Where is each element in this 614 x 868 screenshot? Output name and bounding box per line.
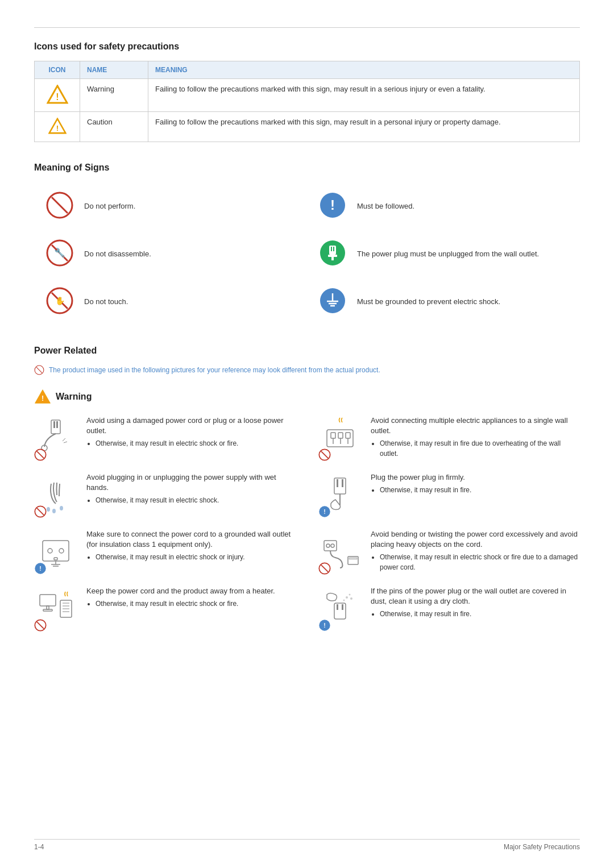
heater-bullets: Otherwise, it may result in electric sho… xyxy=(96,599,296,609)
dust-content: If the pins of the power plug or the wal… xyxy=(371,586,580,620)
must-badge-dust-svg: ! xyxy=(318,619,331,632)
svg-text:!: ! xyxy=(39,565,42,572)
svg-line-36 xyxy=(37,451,44,458)
svg-text:!: ! xyxy=(56,124,59,132)
warning-item-grounded: ! Make sure to connect the power cord to… xyxy=(34,529,296,575)
svg-line-33 xyxy=(63,438,65,441)
grounded-bullet-1: Otherwise, it may result in electric sho… xyxy=(96,552,296,562)
warning-item-damaged-cord: Avoid using a damaged power cord or plug… xyxy=(34,416,296,461)
no-touch-icon: ✋ xyxy=(45,286,75,316)
svg-point-43 xyxy=(48,549,52,553)
page-footer: 1-4 Major Safety Precautions xyxy=(34,839,580,851)
must-badge-plug-svg: ! xyxy=(318,505,331,518)
wet-hands-title: Avoid plugging in or unplugging the powe… xyxy=(86,472,296,493)
svg-line-81 xyxy=(321,565,328,572)
svg-point-37 xyxy=(47,507,50,512)
no-badge-svg xyxy=(34,448,47,461)
info-note-text: The product image used in the following … xyxy=(49,366,380,374)
warning-col-left: Avoid using a damaged power cord or plug… xyxy=(34,416,296,643)
svg-point-87 xyxy=(350,597,352,600)
svg-line-41 xyxy=(37,508,44,515)
warning-items-grid: Avoid using a damaged power cord or plug… xyxy=(34,416,580,643)
svg-rect-13 xyxy=(331,247,332,251)
svg-rect-31 xyxy=(56,421,58,428)
caution-triangle-icon: ! xyxy=(48,118,67,134)
no-badge-wet-svg xyxy=(34,505,47,518)
must-follow-icon: ! xyxy=(318,191,348,221)
footer-section-name: Major Safety Precautions xyxy=(504,843,580,851)
table-header-icon: ICON xyxy=(35,61,80,79)
svg-rect-16 xyxy=(331,257,334,260)
table-header-name: NAME xyxy=(80,61,148,79)
wet-hands-content: Avoid plugging in or unplugging the powe… xyxy=(86,472,296,506)
warning-item-multiple: Avoid connecting multiple electric appli… xyxy=(318,416,580,461)
svg-text:!: ! xyxy=(56,92,59,102)
warning-header-icon: ! xyxy=(34,389,51,404)
svg-text:!: ! xyxy=(323,508,326,515)
no-badge-bending-svg xyxy=(318,562,331,575)
sign-text-ground: Must be grounded to prevent electric sho… xyxy=(357,297,500,306)
sign-text-no-disassemble: Do not disassemble. xyxy=(84,250,151,258)
wet-hands-bullet-1: Otherwise, it may result in electric sho… xyxy=(96,495,296,505)
multiple-content: Avoid connecting multiple electric appli… xyxy=(371,416,580,460)
damaged-cord-content: Avoid using a damaged power cord or plug… xyxy=(86,416,296,450)
svg-rect-29 xyxy=(51,420,60,434)
sign-item-no-touch: ✋ Do not touch. xyxy=(34,277,307,325)
plug-firmly-title: Plug the power plug in firmly. xyxy=(371,472,580,483)
svg-text:!: ! xyxy=(42,394,44,402)
sign-item-must-follow: ! Must be followed. xyxy=(307,182,580,230)
icons-table-heading: Icons used for safety precautions xyxy=(34,41,580,52)
no-perform-icon xyxy=(45,191,75,221)
table-cell-warning-name: Warning xyxy=(80,79,148,112)
sign-item-unplug: The power plug must be unplugged from th… xyxy=(307,230,580,277)
unplug-icon xyxy=(318,239,348,268)
grounded-content: Make sure to connect the power cord to a… xyxy=(86,529,296,563)
warning-item-wet-hands: Avoid plugging in or unplugging the powe… xyxy=(34,472,296,518)
damaged-cord-bullet-1: Otherwise, it may result in electric sho… xyxy=(96,438,296,448)
damaged-cord-bullets: Otherwise, it may result in electric sho… xyxy=(96,438,296,448)
svg-text:✋: ✋ xyxy=(55,296,65,306)
bending-bullet-1: Otherwise, it may result in electric sho… xyxy=(380,552,580,572)
footer-page-number: 1-4 xyxy=(34,843,44,851)
table-cell-caution-name: Caution xyxy=(80,112,148,142)
sign-text-must-follow: Must be followed. xyxy=(357,202,414,210)
svg-rect-83 xyxy=(337,604,338,610)
heater-content: Keep the power cord and the product away… xyxy=(86,586,296,610)
svg-rect-15 xyxy=(328,255,337,257)
svg-point-85 xyxy=(346,596,348,599)
svg-rect-62 xyxy=(331,433,335,438)
warning-label: Warning xyxy=(56,392,92,402)
svg-point-88 xyxy=(343,600,345,601)
grounded-image: ! xyxy=(34,529,80,575)
svg-point-44 xyxy=(59,549,64,553)
bending-title: Avoid bending or twisting the power cord… xyxy=(371,529,580,550)
plug-firmly-bullets: Otherwise, it may result in fire. xyxy=(380,485,580,495)
plug-firmly-content: Plug the power plug in firmly. Otherwise… xyxy=(371,472,580,496)
svg-text:🔧: 🔧 xyxy=(54,247,65,258)
svg-line-69 xyxy=(321,451,328,458)
plug-firmly-image: ! xyxy=(318,472,364,518)
svg-line-34 xyxy=(64,442,67,443)
svg-rect-14 xyxy=(333,247,334,251)
wet-hands-bullets: Otherwise, it may result in electric sho… xyxy=(96,495,296,505)
must-badge-grounded-svg: ! xyxy=(34,562,47,575)
sign-item-no-disassemble: 🔧 Do not disassemble. xyxy=(34,230,307,277)
ground-icon xyxy=(318,286,348,316)
sign-item-no-perform: Do not perform. xyxy=(34,182,307,230)
warning-item-bending: Avoid bending or twisting the power cord… xyxy=(318,529,580,575)
heater-image xyxy=(34,586,80,632)
multiple-bullet-1: Otherwise, it may result in fire due to … xyxy=(380,438,580,459)
info-note: The product image used in the following … xyxy=(34,365,580,375)
signs-grid: Do not perform. ! Must be followed. 🔧 Do… xyxy=(34,182,580,325)
no-badge-heater-svg xyxy=(34,619,47,632)
svg-point-38 xyxy=(52,509,56,513)
svg-rect-70 xyxy=(334,478,346,494)
svg-rect-71 xyxy=(337,479,338,487)
info-note-icon xyxy=(34,365,44,375)
svg-rect-30 xyxy=(53,421,55,428)
warning-triangle-icon: ! xyxy=(47,85,68,104)
sign-text-no-perform: Do not perform. xyxy=(84,202,135,210)
svg-rect-12 xyxy=(329,246,336,255)
table-cell-caution-meaning: Failing to follow the precautions marked… xyxy=(148,112,580,142)
bending-content: Avoid bending or twisting the power cord… xyxy=(371,529,580,574)
